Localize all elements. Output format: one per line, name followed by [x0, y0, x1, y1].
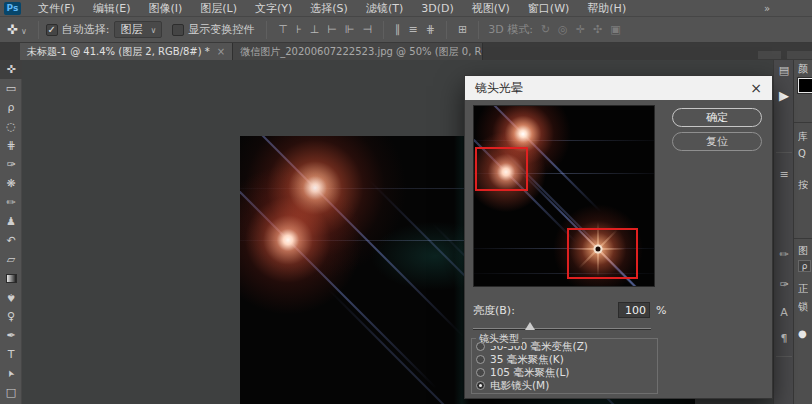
lens-option-movie-prime[interactable]: 电影镜头(M)	[476, 379, 653, 392]
layer-visibility-eye-icon[interactable]: ●	[798, 328, 807, 339]
gradient-tool[interactable]	[0, 269, 22, 288]
paragraph-panel-icon[interactable]: ¶	[774, 332, 794, 345]
align-vertical-centers-icon[interactable]: ⊦	[292, 23, 306, 36]
menu-edit[interactable]: 编辑(E)	[84, 0, 140, 17]
divider	[446, 21, 447, 39]
menu-type[interactable]: 文字(Y)	[246, 0, 301, 17]
character-panel-icon[interactable]: A	[774, 306, 794, 319]
color-panel-tab[interactable]: 颜	[798, 62, 808, 76]
auto-select-dropdown[interactable]: 图层 ∨	[114, 21, 162, 38]
layers-panel-tab[interactable]: 图	[798, 244, 808, 258]
eraser-tool[interactable]: ▱	[0, 250, 22, 269]
show-transform-checkbox[interactable]: ✓	[172, 24, 184, 36]
radio-icon[interactable]	[476, 342, 485, 351]
crop-tool[interactable]: ⋕	[0, 136, 22, 155]
type-icon: T	[8, 349, 15, 360]
3d-slide-icon[interactable]: ✣	[589, 23, 606, 36]
distribute-vertical-icon[interactable]: ∥	[391, 23, 405, 36]
auto-select-checkbox[interactable]: ✓	[46, 24, 58, 36]
eyedropper-tool[interactable]: ✑	[0, 155, 22, 174]
divider	[794, 122, 812, 123]
dialog-title-bar[interactable]: 镜头光晕 ×	[465, 76, 772, 100]
menu-window[interactable]: 窗口(W)	[519, 0, 578, 17]
align-bottom-edges-icon[interactable]: ⊥	[306, 23, 324, 36]
history-brush-icon: ↶	[6, 235, 15, 246]
reset-button[interactable]: 复位	[672, 132, 762, 151]
canvas-lens-flare	[240, 160, 368, 320]
move-tool[interactable]: ✜	[0, 60, 22, 79]
lasso-tool[interactable]: ρ	[0, 98, 22, 117]
dodge-tool[interactable]: ♀	[0, 307, 22, 326]
foreground-color-swatch[interactable]	[798, 78, 812, 93]
brushes-panel-icon[interactable]: ✑	[774, 278, 794, 291]
menu-file[interactable]: 文件(F)	[29, 0, 84, 17]
3d-orbit-icon[interactable]: ↻	[537, 23, 554, 36]
align-horizontal-centers-icon[interactable]: ⊩	[341, 23, 359, 36]
clone-stamp-icon: ♟	[6, 216, 16, 227]
flare-preview[interactable]	[473, 105, 655, 287]
divider	[794, 238, 812, 239]
overflow-chevron-icon[interactable]: »	[764, 3, 770, 14]
flare-marker-rect-1	[475, 147, 528, 191]
path-selection-tool[interactable]: ➤	[0, 364, 22, 383]
align-top-edges-icon[interactable]: ⊤	[274, 23, 292, 36]
lens-option-105mm-prime[interactable]: 105 毫米聚焦(L)	[476, 366, 653, 379]
rectangle-tool[interactable]: □	[0, 383, 22, 402]
menu-image[interactable]: 图像(I)	[139, 0, 191, 17]
history-brush-tool[interactable]: ↶	[0, 231, 22, 250]
menu-filter[interactable]: 滤镜(T)	[357, 0, 412, 17]
document-tab-untitled[interactable]: 未标题-1 @ 41.4% (图层 2, RGB/8#) * ×	[20, 43, 233, 60]
blur-drop-icon: ♠	[6, 292, 16, 303]
properties-panel-icon[interactable]: ≡	[774, 168, 794, 181]
spot-healing-brush-tool[interactable]: ❋	[0, 174, 22, 193]
auto-align-icon[interactable]: ⊞	[454, 23, 471, 36]
search-icon[interactable]: Q	[798, 148, 806, 159]
lens-option-label: 105 毫米聚焦(L)	[490, 366, 569, 380]
menu-help[interactable]: 帮助(H)	[578, 0, 635, 17]
brightness-input[interactable]	[618, 302, 650, 318]
tool-preset-caret-icon[interactable]: ∨	[21, 27, 27, 36]
actions-panel-icon[interactable]: ▶	[774, 88, 794, 103]
lens-option-35mm-prime[interactable]: 35 毫米聚焦(K)	[476, 353, 653, 366]
clone-stamp-tool[interactable]: ♟	[0, 212, 22, 231]
3d-roll-icon[interactable]: ◎	[554, 23, 572, 36]
brightness-label: 亮度(B):	[473, 303, 515, 318]
distribute-spacing-icon[interactable]: ⋕	[422, 23, 439, 36]
history-panel-icon[interactable]: ▤	[774, 64, 794, 77]
close-icon[interactable]: ×	[750, 81, 762, 95]
slider-thumb[interactable]	[525, 322, 535, 330]
3d-zoom-icon[interactable]: ▣	[606, 23, 624, 36]
brush-tool[interactable]: ✏	[0, 193, 22, 212]
rectangular-marquee-tool[interactable]: ▭	[0, 79, 22, 98]
3d-pan-icon[interactable]: ✛	[572, 23, 589, 36]
gradient-icon	[6, 274, 17, 283]
radio-icon[interactable]	[476, 381, 485, 390]
slider-track[interactable]	[473, 328, 651, 330]
document-tab-wechat-image[interactable]: 微信图片_20200607222523.jpg @ 50% (图层 0, RGB…	[233, 43, 483, 60]
brush-settings-panel-icon[interactable]: ✏	[774, 248, 794, 261]
menu-layer[interactable]: 图层(L)	[191, 0, 246, 17]
close-tab-icon[interactable]: ×	[217, 46, 225, 57]
lasso-icon: ρ	[8, 102, 15, 113]
layer-filter-type-icon[interactable]: ρ	[798, 260, 811, 272]
photoshop-logo-icon: Ps	[4, 2, 21, 15]
quick-selection-tool[interactable]: ◌	[0, 117, 22, 136]
align-left-edges-icon[interactable]: ⊢	[323, 23, 341, 36]
blend-mode-value[interactable]: 正	[798, 282, 808, 296]
menu-3d[interactable]: 3D(D)	[412, 0, 463, 17]
align-right-edges-icon[interactable]: ⊣	[358, 23, 376, 36]
chevron-down-icon: ∨	[150, 26, 156, 35]
radio-icon[interactable]	[476, 355, 485, 364]
blur-tool[interactable]: ♠	[0, 288, 22, 307]
radio-icon[interactable]	[476, 368, 485, 377]
pen-tool[interactable]: ✒	[0, 326, 22, 345]
type-tool[interactable]: T	[0, 345, 22, 364]
libraries-panel-tab[interactable]: 库	[798, 130, 808, 144]
lens-flare-dialog: 镜头光晕 × 确定 复位 亮度(B):	[465, 76, 772, 398]
distribute-horizontal-icon[interactable]: ≡	[405, 23, 422, 36]
ok-button[interactable]: 确定	[672, 108, 762, 127]
marquee-icon: ▭	[6, 83, 16, 94]
menu-select[interactable]: 选择(S)	[301, 0, 357, 17]
menu-view[interactable]: 视图(V)	[463, 0, 519, 17]
brightness-unit: %	[656, 304, 666, 317]
